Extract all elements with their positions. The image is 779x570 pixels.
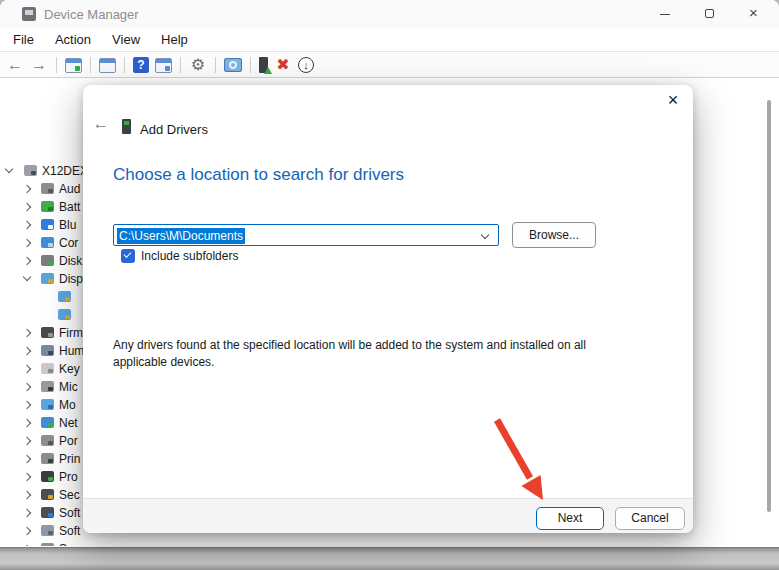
back-icon[interactable]: ← <box>6 56 24 74</box>
tree-item-label: Mic <box>59 380 78 394</box>
vertical-scrollbar[interactable] <box>767 100 771 512</box>
tree-item-label: X12DEX <box>42 164 88 178</box>
tree-item-label: Cor <box>59 236 78 250</box>
batteries-icon <box>41 201 54 212</box>
display-adapter-2-icon <box>58 309 71 320</box>
tree-item-label: Prin <box>59 452 80 466</box>
add-drivers-dialog: × ← Add Drivers Choose a location to sea… <box>83 85 693 533</box>
menu-view[interactable]: View <box>109 30 143 49</box>
show-console-tree-icon[interactable] <box>65 58 82 73</box>
chevron-icon[interactable] <box>23 419 31 427</box>
chevron-icon[interactable] <box>23 221 31 229</box>
keyboards-icon <box>41 363 54 374</box>
tree-item-sound-controllers[interactable]: Sou <box>0 540 765 546</box>
audio-icon <box>41 183 54 194</box>
dialog-heading: Choose a location to search for drivers <box>113 165 404 185</box>
dialog-back-icon[interactable]: ← <box>90 113 112 135</box>
firmware-icon <box>41 327 54 338</box>
display-adapters-icon <box>41 273 54 284</box>
toolbar-separator <box>215 57 216 73</box>
tree-item-label: Sou <box>59 542 80 546</box>
menu-help[interactable]: Help <box>158 30 191 49</box>
maximize-button[interactable] <box>695 0 725 28</box>
combobox-dropdown-icon[interactable] <box>481 231 489 239</box>
checkmark-icon <box>124 250 132 258</box>
tree-item-label: Disk <box>59 254 82 268</box>
chevron-icon[interactable] <box>23 185 31 193</box>
menu-action[interactable]: Action <box>52 30 94 49</box>
chevron-icon[interactable] <box>23 365 31 373</box>
scan-hardware-changes-icon[interactable]: ⚙ <box>189 56 207 74</box>
disable-device-icon[interactable]: ↓ <box>298 57 314 73</box>
tree-item-label: Mo <box>59 398 76 412</box>
disk-drives-icon <box>41 255 54 266</box>
human-interface-devices-icon <box>41 345 54 356</box>
chevron-icon[interactable] <box>23 437 31 445</box>
browse-button[interactable]: Browse... <box>512 222 596 248</box>
close-button[interactable]: × <box>740 0 770 28</box>
include-subfolders-label: Include subfolders <box>141 249 238 263</box>
print-queues-icon <box>41 453 54 464</box>
network-adapters-icon <box>41 417 54 428</box>
toolbar-separator <box>180 57 181 73</box>
mice-icon <box>41 381 54 392</box>
next-button[interactable]: Next <box>536 507 604 530</box>
bluetooth-icon <box>41 219 54 230</box>
toolbar: ←→?⚙✖↓ <box>0 53 779 78</box>
tree-item-label: Aud <box>59 182 80 196</box>
export-list-icon[interactable] <box>155 58 172 73</box>
cancel-button[interactable]: Cancel <box>615 507 685 530</box>
menu-bar: File Action View Help <box>0 28 779 52</box>
computer-icon <box>41 237 54 248</box>
dialog-description: Any drivers found at the specified locat… <box>113 337 615 371</box>
processors-icon <box>41 471 54 482</box>
chevron-icon[interactable] <box>5 165 13 173</box>
device-manager-icon <box>22 7 36 21</box>
menu-file[interactable]: File <box>10 30 37 49</box>
chevron-icon[interactable] <box>23 347 31 355</box>
computer-root-icon <box>24 165 37 176</box>
tree-item-label: Por <box>59 434 78 448</box>
minimize-button[interactable] <box>650 0 680 28</box>
chevron-icon[interactable] <box>23 239 31 247</box>
tree-item-label: Batt <box>59 200 80 214</box>
chevron-icon[interactable] <box>23 273 31 281</box>
chevron-icon[interactable] <box>23 509 31 517</box>
driver-icon <box>122 119 131 134</box>
forward-icon[interactable]: → <box>30 56 48 74</box>
chevron-icon[interactable] <box>23 527 31 535</box>
tree-item-label: Disp <box>59 272 83 286</box>
software-devices-icon <box>41 525 54 536</box>
chevron-icon[interactable] <box>23 401 31 409</box>
chevron-icon[interactable] <box>23 257 31 265</box>
chevron-icon[interactable] <box>23 491 31 499</box>
chevron-icon[interactable] <box>23 473 31 481</box>
chevron-icon[interactable] <box>23 455 31 463</box>
tree-item-label: Soft <box>59 524 80 538</box>
tree-item-label: Hum <box>59 344 84 358</box>
tree-item-label: Pro <box>59 470 78 484</box>
tree-item-label: Blu <box>59 218 76 232</box>
location-path-value[interactable]: C:\Users\M\Documents <box>117 228 245 244</box>
dialog-footer: Next Cancel <box>83 498 693 533</box>
title-bar: Device Manager × <box>0 0 779 28</box>
dialog-close-icon[interactable]: × <box>660 87 686 113</box>
chevron-icon[interactable] <box>23 329 31 337</box>
chevron-icon[interactable] <box>23 383 31 391</box>
uninstall-device-icon[interactable]: ✖ <box>274 56 292 74</box>
security-devices-icon <box>41 489 54 500</box>
properties-icon[interactable] <box>99 58 116 73</box>
ports-icon <box>41 435 54 446</box>
update-driver-icon[interactable] <box>259 57 268 73</box>
monitors-icon <box>41 399 54 410</box>
dialog-title: Add Drivers <box>140 122 208 137</box>
location-combobox[interactable]: C:\Users\M\Documents <box>113 224 499 246</box>
help-icon[interactable]: ? <box>133 57 149 73</box>
chevron-icon[interactable] <box>23 545 31 546</box>
sound-controllers-icon <box>41 543 54 546</box>
devices-by-type-icon[interactable] <box>224 58 242 72</box>
include-subfolders-checkbox[interactable] <box>121 249 135 263</box>
toolbar-separator <box>250 57 251 73</box>
chevron-icon[interactable] <box>23 203 31 211</box>
screen: Device Manager × File Action View Help ←… <box>0 0 779 570</box>
